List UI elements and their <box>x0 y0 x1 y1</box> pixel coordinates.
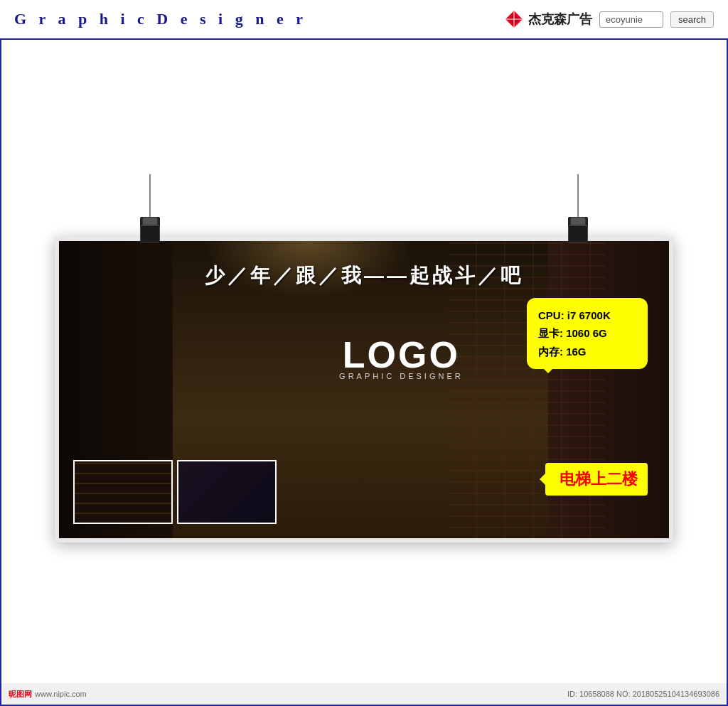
watermark-left: 昵图网 www.nipic.com <box>9 689 87 700</box>
arrow-shape: 电梯上二楼 <box>545 463 648 496</box>
header: G r a p h i c D e s i g n e r 杰克森广告 sear… <box>0 0 728 40</box>
thumbnail-1-inner <box>75 461 171 523</box>
specs-bubble: CPU: i7 6700K 显卡: 1060 6G 内存: 16G <box>527 298 648 370</box>
poster-headline: 少／年／跟／我——起战斗／吧 <box>205 262 523 289</box>
logo-main-text: LOGO <box>339 333 464 376</box>
logo-sub-text: GRAPHIC DESIGNER <box>339 372 464 380</box>
clip-top-left <box>142 217 158 225</box>
diamond-icon <box>504 9 524 29</box>
header-right: 杰克森广告 search <box>504 9 714 29</box>
clip-body-right <box>568 217 588 242</box>
spec-ram: 内存: 16G <box>538 343 636 361</box>
clip-right <box>568 174 588 242</box>
billboard-container: 少／年／跟／我——起战斗／吧 LOGO GRAPHIC DESIGNER CPU… <box>55 174 673 542</box>
poster-background: 少／年／跟／我——起战斗／吧 LOGO GRAPHIC DESIGNER CPU… <box>59 241 669 538</box>
search-input[interactable] <box>599 11 663 28</box>
main-area: 少／年／跟／我——起战斗／吧 LOGO GRAPHIC DESIGNER CPU… <box>0 40 728 706</box>
brand-logo: 杰克森广告 <box>504 9 592 29</box>
clip-body-left <box>140 217 160 242</box>
wire-left <box>149 174 151 217</box>
nipic-url: www.nipic.com <box>35 690 87 698</box>
wire-right <box>577 174 579 217</box>
watermark-id: ID: 10658088 NO: 20180525104134693086 <box>567 690 719 698</box>
site-title: G r a p h i c D e s i g n e r <box>14 10 307 28</box>
elevator-arrow: 电梯上二楼 <box>545 463 648 496</box>
footer-watermark: 昵图网 www.nipic.com ID: 10658088 NO: 20180… <box>1 683 727 705</box>
thumbnail-2-inner <box>178 461 275 523</box>
elevator-text: 电梯上二楼 <box>560 469 638 490</box>
spec-cpu: CPU: i7 6700K <box>538 306 636 325</box>
binder-clips <box>55 174 673 242</box>
thumbnail-2 <box>177 460 277 524</box>
poster-frame: 少／年／跟／我——起战斗／吧 LOGO GRAPHIC DESIGNER CPU… <box>55 237 673 542</box>
search-button[interactable]: search <box>670 11 714 28</box>
clip-left <box>140 174 160 242</box>
spec-gpu: 显卡: 1060 6G <box>538 324 636 343</box>
thumbnail-1 <box>73 460 173 524</box>
brand-name-text: 杰克森广告 <box>528 11 592 28</box>
thumbnails <box>73 460 277 524</box>
clip-top-right <box>570 217 586 225</box>
poster-logo: LOGO GRAPHIC DESIGNER <box>339 333 464 380</box>
nipic-logo: 昵图网 <box>9 689 32 700</box>
clip-bottom-right <box>568 225 588 242</box>
clip-bottom-left <box>140 225 160 242</box>
